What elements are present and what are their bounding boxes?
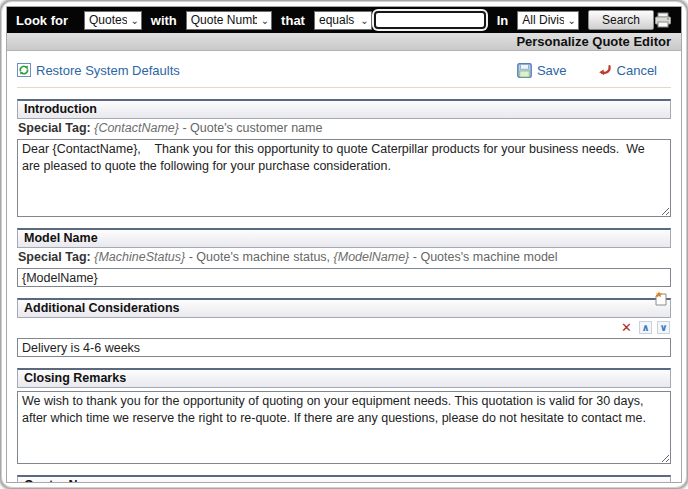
division-select-wrap: All Divisions ⌄ bbox=[517, 11, 579, 30]
restore-defaults-label: Restore System Defaults bbox=[36, 63, 180, 78]
special-tag-label: Special Tag: bbox=[18, 121, 91, 135]
toolbar-divider bbox=[17, 87, 671, 88]
special-tag-token: {ModelName} bbox=[334, 250, 410, 264]
save-button[interactable]: Save bbox=[517, 63, 567, 78]
with-label: with bbox=[151, 13, 177, 28]
move-down-icon[interactable]: ∨ bbox=[657, 321, 670, 334]
section-header-model-name: Model Name bbox=[17, 228, 671, 248]
special-tag-token: {ContactName} bbox=[94, 121, 179, 135]
save-icon bbox=[517, 63, 532, 78]
entity-select-wrap: Quotes ⌄ bbox=[84, 11, 142, 30]
in-label: In bbox=[497, 13, 509, 28]
field-select[interactable]: Quote Number bbox=[187, 12, 271, 29]
entity-select[interactable]: Quotes bbox=[85, 12, 141, 29]
introduction-textarea[interactable]: Dear {ContactName}, Thank you for this o… bbox=[17, 139, 671, 217]
special-tag-line: Special Tag: {ContactName} - Quote's cus… bbox=[17, 119, 671, 139]
closing-remarks-textarea[interactable]: We wish to thank you for the opportunity… bbox=[17, 391, 671, 464]
cancel-undo-icon bbox=[597, 63, 612, 77]
special-tag-label: Special Tag: bbox=[18, 250, 91, 264]
item-controls: ✕ ∧ ∨ bbox=[18, 319, 670, 336]
restore-defaults-button[interactable]: Restore System Defaults bbox=[17, 63, 180, 78]
operator-select-wrap: equals ⌄ bbox=[314, 11, 372, 30]
move-up-icon[interactable]: ∧ bbox=[639, 321, 652, 334]
cancel-button[interactable]: Cancel bbox=[597, 63, 657, 78]
section-header-closing-remarks: Closing Remarks bbox=[17, 368, 671, 388]
section-model-name: Model Name Special Tag: {MachineStatus} … bbox=[17, 228, 671, 287]
section-introduction: Introduction Special Tag: {ContactName} … bbox=[17, 99, 671, 217]
section-title: Additional Considerations bbox=[24, 301, 180, 315]
personalize-quote-editor-screen: Look for Quotes ⌄ with Quote Number ⌄ th… bbox=[0, 0, 688, 489]
field-select-wrap: Quote Number ⌄ bbox=[186, 11, 272, 30]
search-button[interactable]: Search bbox=[588, 10, 654, 30]
search-bar: Look for Quotes ⌄ with Quote Number ⌄ th… bbox=[7, 7, 681, 33]
look-for-label: Look for bbox=[16, 13, 68, 28]
operator-select[interactable]: equals bbox=[315, 12, 371, 29]
special-tag-desc: - Quotes's machine model bbox=[409, 250, 557, 264]
division-select[interactable]: All Divisions bbox=[518, 12, 578, 29]
editor-content: Restore System Defaults Save bbox=[7, 51, 681, 482]
section-header-additional-considerations: Additional Considerations bbox=[17, 298, 671, 318]
section-header-introduction: Introduction bbox=[17, 99, 671, 119]
search-value-input[interactable] bbox=[374, 11, 486, 29]
app-window: Look for Quotes ⌄ with Quote Number ⌄ th… bbox=[6, 6, 682, 483]
special-tag-desc: - Quote's customer name bbox=[179, 121, 322, 135]
add-item-icon[interactable] bbox=[654, 290, 669, 307]
editor-toolbar: Restore System Defaults Save bbox=[17, 60, 671, 80]
that-label: that bbox=[281, 13, 305, 28]
special-tag-line: Special Tag: {MachineStatus} - Quote's m… bbox=[17, 248, 671, 268]
section-additional-considerations: Additional Considerations ✕ ∧ ∨ bbox=[17, 298, 671, 357]
section-title: Closing Remarks bbox=[24, 371, 126, 385]
section-title: Model Name bbox=[24, 231, 98, 245]
section-quoter-name: Quoter Name Special Tag: {RepName} - Sal… bbox=[17, 475, 671, 482]
save-label: Save bbox=[537, 63, 567, 78]
section-title: Quoter Name bbox=[24, 478, 103, 482]
section-header-quoter-name: Quoter Name bbox=[17, 475, 671, 482]
printer-icon[interactable] bbox=[654, 11, 672, 29]
model-name-input[interactable] bbox=[17, 268, 671, 287]
special-tag-token: {MachineStatus} bbox=[94, 250, 185, 264]
delete-item-icon[interactable]: ✕ bbox=[619, 321, 634, 334]
restore-defaults-icon bbox=[17, 63, 31, 77]
special-tag-desc: - Quote's machine status, bbox=[185, 250, 333, 264]
section-title: Introduction bbox=[24, 102, 97, 116]
section-closing-remarks: Closing Remarks We wish to thank you for… bbox=[17, 368, 671, 464]
additional-item-input[interactable] bbox=[17, 338, 671, 357]
page-title: Personalize Quote Editor bbox=[7, 33, 681, 51]
cancel-label: Cancel bbox=[617, 63, 657, 78]
